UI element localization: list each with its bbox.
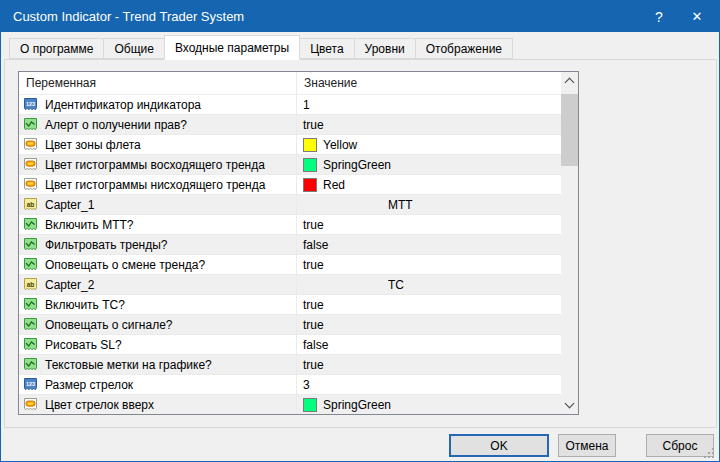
close-icon[interactable]: ✕ (675, 1, 719, 32)
reset-button[interactable]: Сброс (646, 434, 714, 457)
bool-param-icon (23, 257, 38, 272)
param-value-cell[interactable]: false (296, 335, 561, 354)
param-name: Оповещать о сигнале? (45, 318, 173, 332)
chevron-down-icon (565, 399, 575, 409)
tab-colors[interactable]: Цвета (299, 38, 354, 59)
table-row[interactable]: abCapter_1MTT (19, 195, 561, 215)
bool-param-icon (23, 317, 38, 332)
chevron-up-icon (565, 78, 575, 88)
cancel-button[interactable]: Отмена (558, 434, 616, 457)
param-name: Цвет гистограммы восходящего тренда (45, 158, 265, 172)
scroll-down-button[interactable] (561, 397, 578, 414)
param-name: Фильтровать тренды? (45, 238, 168, 252)
column-header-variable: Переменная (19, 76, 296, 90)
param-value-cell[interactable]: Yellow (296, 135, 561, 154)
param-value-cell[interactable]: 1 (296, 95, 561, 114)
param-value-cell[interactable]: true (296, 255, 561, 274)
tab-inputs[interactable]: Входные параметры (164, 35, 300, 60)
param-value: MTT (388, 198, 413, 212)
param-value-cell[interactable]: SpringGreen (296, 155, 561, 174)
svg-text:123: 123 (26, 101, 35, 107)
param-value: false (303, 238, 328, 252)
table-row[interactable]: Алерт о получении прав?true (19, 115, 561, 135)
window-title: Custom Indicator - Trend Trader System (1, 9, 244, 24)
table-row[interactable]: Рисовать SL?false (19, 335, 561, 355)
tab-levels[interactable]: Уровни (354, 38, 416, 59)
int-param-icon: 123 (23, 97, 38, 112)
table-header: Переменная Значение (19, 72, 561, 95)
table-row[interactable]: Цвет гистограммы нисходящего трендаRed (19, 175, 561, 195)
scroll-up-button[interactable] (561, 72, 578, 89)
param-value: true (303, 318, 324, 332)
table-row[interactable]: Фильтровать тренды?false (19, 235, 561, 255)
param-name: Включить MTT? (45, 218, 134, 232)
table-row[interactable]: 123Идентификатор индикатора1 (19, 95, 561, 115)
param-value: TC (388, 278, 404, 292)
table-row[interactable]: 123Размер стрелок3 (19, 375, 561, 395)
table-row[interactable]: Цвет гистограммы восходящего трендаSprin… (19, 155, 561, 175)
scrollbar-thumb[interactable] (561, 94, 578, 166)
color-swatch (303, 138, 317, 152)
dialog-window: Custom Indicator - Trend Trader System ?… (0, 0, 720, 462)
param-name: Цвет стрелок вверх (45, 398, 154, 412)
parameters-table: Переменная Значение 123Идентификатор инд… (18, 71, 579, 415)
param-value-cell[interactable]: TC (296, 275, 561, 294)
table-row[interactable]: Включить TC?true (19, 295, 561, 315)
svg-text:ab: ab (27, 281, 35, 288)
table-row[interactable]: Цвет стрелок вверхSpringGreen (19, 395, 561, 414)
param-name: Capter_1 (45, 198, 94, 212)
param-value: 1 (303, 98, 310, 112)
param-value-cell[interactable]: SpringGreen (296, 395, 561, 414)
param-value: true (303, 258, 324, 272)
resize-grip[interactable] (712, 448, 714, 450)
tab-common[interactable]: Общие (103, 38, 164, 59)
column-header-value: Значение (296, 76, 561, 90)
tab-about[interactable]: О программе (9, 38, 104, 59)
param-value: true (303, 118, 324, 132)
table-row[interactable]: abCapter_2TC (19, 275, 561, 295)
column-divider (296, 72, 297, 414)
param-value-cell[interactable]: 3 (296, 375, 561, 394)
table-row[interactable]: Включить MTT?true (19, 215, 561, 235)
param-name: Текстовые метки на графике? (45, 358, 212, 372)
param-name: Capter_2 (45, 278, 94, 292)
param-value: SpringGreen (323, 158, 391, 172)
color-param-icon (23, 177, 38, 192)
color-param-icon (23, 137, 38, 152)
param-value-cell[interactable]: Red (296, 175, 561, 194)
param-name: Цвет гистограммы нисходящего тренда (45, 178, 265, 192)
table-row[interactable]: Текстовые метки на графике?true (19, 355, 561, 375)
param-value-cell[interactable]: true (296, 295, 561, 314)
param-value: true (303, 298, 324, 312)
string-param-icon: ab (23, 277, 38, 292)
help-icon[interactable]: ? (639, 1, 679, 32)
bool-param-icon (23, 217, 38, 232)
param-value-cell[interactable]: false (296, 235, 561, 254)
bool-param-icon (23, 117, 38, 132)
string-param-icon: ab (23, 197, 38, 212)
titlebar: Custom Indicator - Trend Trader System ?… (1, 1, 719, 32)
color-param-icon (23, 397, 38, 412)
ok-button[interactable]: OK (449, 434, 549, 457)
param-value: SpringGreen (323, 398, 391, 412)
color-swatch (303, 158, 317, 172)
vertical-scrollbar[interactable] (561, 72, 578, 414)
param-value-cell[interactable]: true (296, 355, 561, 374)
table-row[interactable]: Оповещать о сигнале?true (19, 315, 561, 335)
bool-param-icon (23, 357, 38, 372)
param-value: true (303, 218, 324, 232)
table-row[interactable]: Оповещать о смене тренда?true (19, 255, 561, 275)
param-value-cell[interactable]: true (296, 315, 561, 334)
bool-param-icon (23, 297, 38, 312)
tab-display[interactable]: Отображение (415, 38, 513, 59)
param-value-cell[interactable]: true (296, 215, 561, 234)
svg-text:123: 123 (26, 381, 35, 387)
param-name: Размер стрелок (45, 378, 133, 392)
color-swatch (303, 178, 317, 192)
tab-bar: О программеОбщиеВходные параметрыЦветаУр… (9, 35, 512, 59)
param-value-cell[interactable]: true (296, 115, 561, 134)
color-param-icon (23, 157, 38, 172)
table-row[interactable]: Цвет зоны флетаYellow (19, 135, 561, 155)
param-value-cell[interactable]: MTT (296, 195, 561, 214)
bool-param-icon (23, 337, 38, 352)
